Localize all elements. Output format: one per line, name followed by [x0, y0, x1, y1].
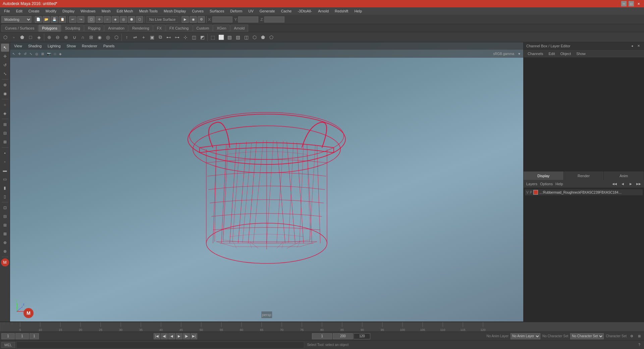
paint-left[interactable]: ◈: [1, 109, 9, 117]
snap-point-left[interactable]: ⊠: [1, 138, 9, 146]
char-set-dropdown[interactable]: No Character Set: [570, 333, 604, 339]
display-left-2[interactable]: ▫: [1, 158, 9, 166]
x-input[interactable]: [212, 16, 232, 22]
display-left-4[interactable]: ▭: [1, 175, 9, 183]
vp-select-btn[interactable]: ↖: [11, 52, 16, 56]
wedge-icon[interactable]: ◩: [198, 33, 206, 41]
select-ring-icon[interactable]: ⬡: [251, 33, 259, 41]
select-tool-icon[interactable]: ⬚: [209, 33, 217, 41]
select-tool-button[interactable]: ⬡: [88, 16, 95, 23]
playback-start-input[interactable]: [15, 333, 29, 339]
display-left-5[interactable]: ▮: [1, 184, 9, 192]
menu-uv[interactable]: UV: [246, 8, 256, 14]
anim-layer-dropdown[interactable]: No Anim Layer: [511, 333, 540, 339]
grow-select-icon[interactable]: ▧: [225, 33, 233, 41]
tab-sculpting[interactable]: Sculpting: [61, 24, 84, 32]
tab-fx-caching[interactable]: FX Caching: [166, 24, 192, 32]
shading-menu[interactable]: Shading: [27, 43, 43, 49]
extract-icon[interactable]: ⊗: [62, 33, 70, 41]
menu-3dtoall[interactable]: -3DtoAll-: [295, 8, 315, 14]
viewport-3d[interactable]: X Y Z M persp: [10, 58, 523, 321]
save-file-button[interactable]: 💾: [51, 16, 58, 23]
display-tab[interactable]: Display: [524, 171, 564, 180]
y-input[interactable]: [238, 16, 258, 22]
help-line-btn[interactable]: ?: [636, 342, 643, 348]
bridge-icon[interactable]: ⇌: [131, 33, 139, 41]
tool6-button[interactable]: ⬟: [128, 16, 135, 23]
paint-button[interactable]: ◈: [112, 16, 119, 23]
max-frame-input[interactable]: [333, 333, 353, 339]
step-forward-btn[interactable]: |▶: [183, 333, 190, 339]
select-tool-left[interactable]: ↖: [1, 44, 9, 52]
combine-icon[interactable]: ⊕: [45, 33, 53, 41]
boolean-diff-icon[interactable]: ∩: [79, 33, 87, 41]
mel-input[interactable]: [16, 342, 305, 348]
options-tab[interactable]: Options: [540, 182, 553, 186]
tab-arnold[interactable]: Arnold: [230, 24, 249, 32]
tab-animation[interactable]: Animation: [104, 24, 128, 32]
render-tab[interactable]: Render: [564, 171, 604, 180]
vertex-mode-icon[interactable]: ◦: [10, 33, 18, 41]
scale-tool-left[interactable]: ⤡: [1, 70, 9, 78]
soft-select-left[interactable]: ◉: [1, 90, 9, 98]
menu-curves[interactable]: Curves: [189, 8, 206, 14]
playback-end-input[interactable]: [30, 333, 39, 339]
show-menu[interactable]: Show: [65, 43, 77, 49]
attr-left-6[interactable]: ⊗: [1, 247, 9, 255]
menu-redshift[interactable]: Redshift: [332, 8, 351, 14]
vp-snap-btn[interactable]: ◎: [34, 52, 39, 56]
anim-tab[interactable]: Anim: [604, 171, 644, 180]
layer-arrow-3[interactable]: ▶: [628, 181, 633, 187]
universal-tool-left[interactable]: ⊕: [1, 81, 9, 89]
play-back-btn[interactable]: ◀: [168, 333, 175, 339]
menu-mesh-display[interactable]: Mesh Display: [161, 8, 189, 14]
select-inverse-icon[interactable]: ⬠: [267, 33, 275, 41]
z-input[interactable]: [264, 16, 284, 22]
vp-scale-btn[interactable]: ⤡: [29, 52, 33, 56]
menu-cache[interactable]: Cache: [278, 8, 294, 14]
lasso-button[interactable]: ○: [104, 16, 111, 23]
renderer-menu[interactable]: Renderer: [80, 43, 99, 49]
tab-rendering[interactable]: Rendering: [128, 24, 153, 32]
edge-mode-icon[interactable]: ⬟: [18, 33, 26, 41]
go-to-start-btn[interactable]: |◀: [154, 333, 160, 339]
object-mode-icon[interactable]: ⬡: [1, 33, 9, 41]
collapse-icon[interactable]: ◫: [190, 33, 198, 41]
select-loop-icon[interactable]: ◫: [242, 33, 250, 41]
fill-icon[interactable]: ▣: [148, 33, 156, 41]
ipr-button[interactable]: ◉: [190, 16, 197, 23]
menu-display[interactable]: Display: [60, 8, 77, 14]
tab-fx[interactable]: FX: [153, 24, 165, 32]
step-back-btn[interactable]: ◀|: [161, 333, 168, 339]
channels-tab[interactable]: Channels: [526, 51, 544, 56]
detach-icon[interactable]: ⊶: [173, 33, 181, 41]
save-as-button[interactable]: 📋: [59, 16, 66, 23]
rotate-tool-left[interactable]: ↺: [1, 61, 9, 69]
menu-windows[interactable]: Windows: [78, 8, 98, 14]
snap-grid-left[interactable]: ⊞: [1, 120, 9, 129]
transfer-icon[interactable]: ⬡: [112, 33, 120, 41]
restore-button[interactable]: □: [629, 1, 634, 6]
smooth-icon[interactable]: ◉: [96, 33, 104, 41]
close-button[interactable]: ✕: [636, 1, 641, 6]
append-icon[interactable]: +: [140, 33, 148, 41]
face-mode-icon[interactable]: □: [26, 33, 35, 41]
vp-frame-btn[interactable]: □: [53, 52, 57, 56]
render-settings-button[interactable]: ⚙: [198, 16, 205, 23]
vp-rotate-btn[interactable]: ↺: [23, 52, 28, 56]
layer-arrow-1[interactable]: ◀◀: [612, 181, 617, 187]
view-menu[interactable]: View: [13, 43, 23, 49]
move-tool-left[interactable]: ✛: [1, 52, 9, 60]
layers-tab[interactable]: Layers: [526, 182, 537, 186]
attr-left-4[interactable]: ⊠: [1, 230, 9, 238]
tab-custom[interactable]: Custom: [193, 24, 213, 32]
tab-rigging[interactable]: Rigging: [84, 24, 104, 32]
menu-help[interactable]: Help: [352, 8, 365, 14]
menu-generate[interactable]: Generate: [257, 8, 278, 14]
menu-edit-mesh[interactable]: Edit Mesh: [114, 8, 136, 14]
viewport[interactable]: View Shading Lighting Show Renderer Pane…: [10, 42, 523, 321]
display-left-6[interactable]: ▯: [1, 193, 9, 201]
menu-edit[interactable]: Edit: [13, 8, 25, 14]
min-frame-input[interactable]: [312, 333, 332, 339]
tab-xgen[interactable]: XGen: [213, 24, 230, 32]
